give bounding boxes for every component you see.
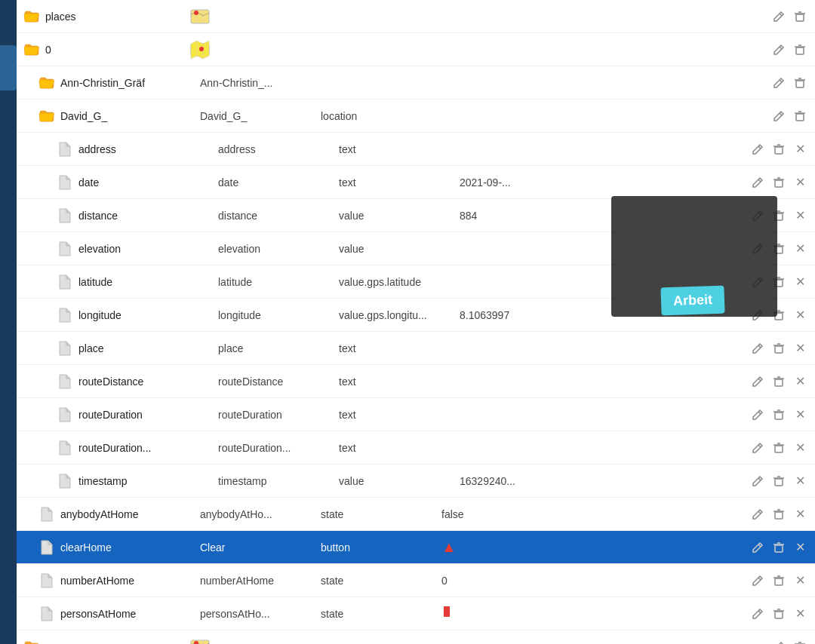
svg-line-15 [780, 47, 782, 49]
edit-button[interactable] [749, 339, 767, 357]
tree-row-bottom-folder[interactable] [17, 630, 815, 644]
row-name: routeDuration [78, 409, 218, 421]
tree-row-date[interactable]: datedatetext2021-09-...✕ [17, 166, 815, 199]
tree-row-david-g[interactable]: David_G_David_G_location [17, 100, 815, 133]
row-name: 0 [45, 44, 185, 56]
delete-button[interactable] [770, 472, 788, 490]
close-button[interactable]: ✕ [791, 439, 809, 457]
tree-row-numberAtHome[interactable]: numberAtHomenumberAtHomestate0✕ [17, 564, 815, 597]
row-key: personsAtHo... [200, 608, 321, 620]
tree-row-clearHome[interactable]: clearHomeClearbutton▲✕ [17, 531, 815, 564]
tree-row-address[interactable]: addressaddresstext✕ [17, 133, 815, 166]
edit-button[interactable] [749, 605, 767, 623]
row-key: timestamp [218, 475, 339, 487]
row-key: Clear [200, 541, 321, 554]
close-button[interactable]: ✕ [791, 373, 809, 391]
close-button[interactable]: ✕ [791, 472, 809, 490]
close-button[interactable]: ✕ [791, 140, 809, 158]
row-name: routeDistance [78, 376, 218, 388]
delete-button[interactable] [770, 439, 788, 457]
file-icon [56, 140, 74, 158]
edit-button[interactable] [770, 8, 788, 26]
edit-button[interactable] [749, 505, 767, 523]
delete-button[interactable] [791, 638, 809, 645]
file-icon [38, 605, 56, 623]
edit-button[interactable] [749, 140, 767, 158]
close-button[interactable]: ✕ [791, 339, 809, 357]
row-value: false [441, 508, 743, 520]
delete-button[interactable] [770, 339, 788, 357]
delete-button[interactable] [770, 406, 788, 424]
folder-open-icon [23, 638, 41, 645]
edit-button[interactable] [770, 74, 788, 92]
row-actions [770, 41, 809, 59]
delete-button[interactable] [791, 8, 809, 26]
tree-row-row-0[interactable]: 0 [17, 33, 815, 66]
row-name: anybodyAtHome [60, 508, 200, 520]
delete-button[interactable] [770, 538, 788, 557]
sidebar-tab[interactable] [0, 45, 17, 90]
delete-button[interactable] [770, 605, 788, 623]
row-actions: ✕ [749, 605, 809, 623]
svg-rect-83 [444, 606, 450, 617]
row-key: longitude [218, 309, 339, 321]
svg-line-79 [758, 578, 761, 580]
map-icon [189, 636, 211, 645]
close-button[interactable]: ✕ [791, 605, 809, 623]
tree-row-routeDuration[interactable]: routeDurationrouteDurationtext✕ [17, 398, 815, 431]
row-actions [770, 107, 809, 125]
row-key: routeDistance [218, 376, 339, 388]
svg-line-63 [758, 445, 761, 447]
row-type: value [339, 210, 460, 222]
delete-button[interactable] [770, 373, 788, 391]
row-name: elevation [78, 243, 218, 255]
tree-row-ann-christin-graf[interactable]: Ann-Christin_GräfAnn-Christin_... [17, 66, 815, 100]
edit-button[interactable] [749, 472, 767, 490]
delete-button[interactable] [770, 173, 788, 192]
tree-row-routeDistance[interactable]: routeDistancerouteDistancetext✕ [17, 365, 815, 398]
edit-button[interactable] [770, 638, 788, 645]
delete-button[interactable] [791, 41, 809, 59]
row-type: value [339, 243, 460, 255]
map-icon [189, 39, 211, 60]
delete-button[interactable] [770, 572, 788, 590]
svg-rect-85 [775, 612, 783, 618]
row-value: ▲ [441, 538, 743, 556]
tree-container: places 0 Ann-Christin_GräfAnn-Christin_.… [17, 0, 815, 644]
edit-button[interactable] [749, 572, 767, 590]
delete-button[interactable] [791, 74, 809, 92]
delete-button[interactable] [770, 140, 788, 158]
edit-button[interactable] [749, 373, 767, 391]
close-button[interactable]: ✕ [791, 240, 809, 258]
tree-row-anybodyAtHome[interactable]: anybodyAtHomeanybodyAtHo...statefalse✕ [17, 498, 815, 531]
row-key: routeDuration [218, 409, 339, 421]
tree-row-place[interactable]: placeplacetext✕ [17, 332, 815, 365]
tree-row-routeDurationN[interactable]: routeDuration...routeDuration...text✕ [17, 431, 815, 465]
tree-row-places[interactable]: places [17, 0, 815, 33]
close-button[interactable]: ✕ [791, 207, 809, 225]
row-name: personsAtHome [60, 608, 200, 620]
delete-button[interactable] [791, 107, 809, 125]
edit-button[interactable] [749, 538, 767, 557]
tree-row-timestamp[interactable]: timestamptimestampvalue16329240...✕ [17, 465, 815, 498]
close-button[interactable]: ✕ [791, 505, 809, 523]
edit-button[interactable] [770, 107, 788, 125]
svg-rect-20 [796, 81, 804, 87]
tree-row-personsAtHome[interactable]: personsAtHomepersonsAtHo...state✕ [17, 597, 815, 630]
edit-button[interactable] [749, 439, 767, 457]
close-button[interactable]: ✕ [791, 538, 809, 557]
row-key: Ann-Christin_... [200, 77, 321, 89]
svg-line-84 [758, 611, 761, 613]
edit-button[interactable] [749, 406, 767, 424]
edit-button[interactable] [749, 173, 767, 192]
close-button[interactable]: ✕ [791, 406, 809, 424]
close-button[interactable]: ✕ [791, 572, 809, 590]
edit-button[interactable] [770, 41, 788, 59]
close-button[interactable]: ✕ [791, 173, 809, 192]
row-key: distance [218, 210, 339, 222]
folder-open-icon [23, 41, 41, 59]
close-button[interactable]: ✕ [791, 306, 809, 324]
svg-line-55 [758, 379, 761, 381]
close-button[interactable]: ✕ [791, 273, 809, 291]
delete-button[interactable] [770, 505, 788, 523]
